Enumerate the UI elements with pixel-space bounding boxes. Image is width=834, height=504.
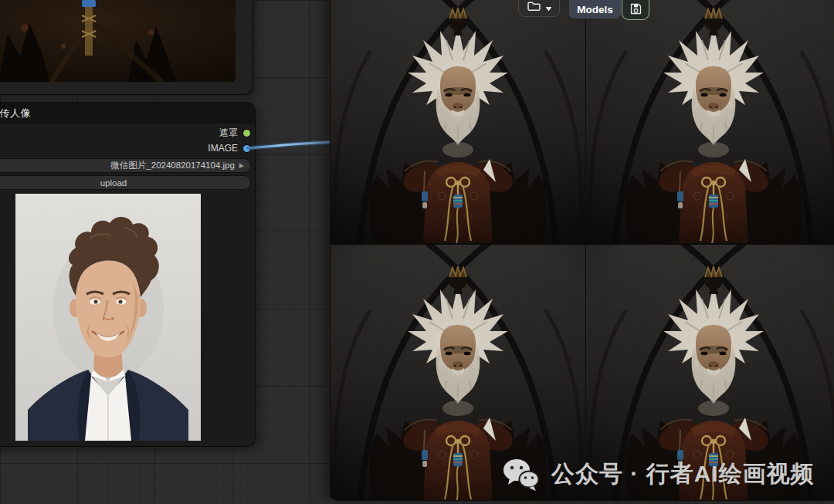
output-port-image[interactable]: IMAGE [208, 142, 250, 154]
uploaded-portrait-photo [15, 194, 201, 441]
image-grid [331, 0, 834, 500]
generated-image-2 [585, 0, 834, 243]
upload-button[interactable]: upload [0, 176, 250, 189]
node-upload-portrait[interactable]: 上传人像 遮罩 IMAGE image 微信图片_20240820174104.… [0, 103, 255, 446]
generated-image-3 [331, 243, 585, 500]
comfyui-canvas[interactable]: { "toolbar": { "folder_button": { "icon"… [0, 0, 834, 504]
node-preview-image [0, 0, 236, 82]
generated-image-4 [585, 243, 834, 500]
models-button-label: Models [577, 4, 613, 15]
output-port-mask[interactable]: 遮罩 [219, 127, 250, 139]
node-generated-images[interactable] [331, 0, 834, 500]
models-button[interactable]: Models [569, 0, 621, 19]
image-filename-value: 微信图片_20240820174104.jpg [110, 160, 234, 171]
image-port-dot[interactable] [243, 145, 250, 152]
save-icon [629, 2, 642, 15]
folder-icon [527, 0, 541, 12]
combo-next-arrow-icon[interactable]: ▶ [239, 162, 244, 169]
node-image-preview-partial[interactable] [0, 0, 253, 94]
image-port-label: IMAGE [208, 143, 238, 154]
dark-armor-torso-image [0, 0, 236, 82]
image-file-combo[interactable]: image 微信图片_20240820174104.jpg ▶ [0, 159, 250, 172]
elon-musk-portrait-image [15, 194, 201, 441]
generated-image-1 [331, 0, 585, 243]
caret-down-icon [545, 6, 552, 12]
node-title[interactable]: 上传人像 [0, 103, 255, 123]
upload-button-label: upload [100, 178, 127, 188]
workflow-folder-button[interactable] [518, 0, 560, 17]
save-workflow-button[interactable] [622, 0, 649, 20]
mask-port-label: 遮罩 [219, 127, 238, 140]
mask-port-dot[interactable] [243, 130, 250, 137]
